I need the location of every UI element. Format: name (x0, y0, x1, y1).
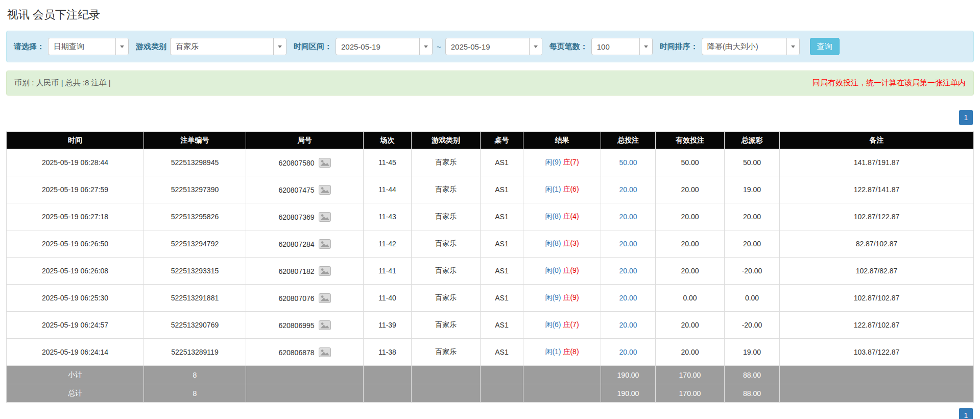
cell-bet-id: 522513291881 (144, 285, 246, 312)
cell-total-bet: 20.00 (601, 176, 656, 203)
cell-payout: 50.00 (725, 149, 780, 176)
cell-valid-bet: 20.00 (656, 203, 725, 230)
round-number: 620807182 (278, 267, 314, 275)
cell-time: 2025-05-19 06:28:44 (7, 149, 144, 176)
chevron-down-icon[interactable] (639, 38, 652, 55)
result-player: 闲(9) (545, 158, 561, 166)
pagination-top: 1 (6, 110, 973, 125)
chevron-down-icon[interactable] (273, 38, 286, 55)
cell-session: 11-45 (364, 149, 412, 176)
result-banker: 庄(8) (563, 347, 579, 356)
per-page-dropdown[interactable] (591, 38, 653, 55)
date-to-picker[interactable] (445, 38, 542, 55)
chevron-down-icon[interactable] (786, 38, 799, 55)
cell-valid-bet: 0.00 (656, 285, 725, 312)
chevron-down-icon[interactable] (419, 38, 432, 55)
total-bet-link[interactable]: 20.00 (619, 240, 637, 248)
query-type-value: 日期查询 (49, 38, 115, 55)
total-bet-link[interactable]: 50.00 (619, 158, 637, 167)
summary-empty-cell (412, 366, 481, 384)
cell-round: 620807369 (246, 203, 364, 230)
page-1-button[interactable]: 1 (959, 408, 973, 419)
cell-payout: 19.00 (725, 339, 780, 366)
total-bet-link[interactable]: 20.00 (619, 185, 637, 194)
cell-round: 620806878 (246, 339, 364, 366)
roadmap-button[interactable] (319, 320, 331, 330)
cell-session: 11-44 (364, 176, 412, 203)
result-banker: 庄(4) (563, 212, 579, 220)
chevron-down-icon[interactable] (529, 38, 542, 55)
total-bet-link[interactable]: 20.00 (619, 213, 637, 221)
table-summary-row: 小计 8 190.00 170.00 88.00 (7, 366, 974, 384)
summary-empty-cell (780, 366, 974, 384)
header-table-no: 桌号 (481, 132, 523, 149)
roadmap-button[interactable] (319, 158, 331, 168)
game-type-label: 游戏类别 (136, 42, 166, 52)
header-total-bet: 总投注 (601, 132, 656, 149)
cell-total-bet: 50.00 (601, 149, 656, 176)
cell-remark: 122.87/141.87 (780, 176, 974, 203)
cell-valid-bet: 20.00 (656, 312, 725, 339)
cell-remark: 102.87/122.87 (780, 203, 974, 230)
cell-payout: 20.00 (725, 230, 780, 258)
cell-session: 11-43 (364, 203, 412, 230)
roadmap-icon (319, 185, 331, 195)
roadmap-button[interactable] (319, 212, 331, 222)
total-bet-link[interactable]: 20.00 (619, 348, 637, 356)
cell-game-type: 百家乐 (412, 176, 481, 203)
time-range-group: 时间区间： ~ (294, 38, 542, 55)
date-from-input[interactable] (336, 38, 419, 55)
table-row: 2025-05-19 06:25:30 522513291881 6208070… (7, 285, 974, 312)
roadmap-button[interactable] (319, 347, 331, 357)
query-type-dropdown[interactable]: 日期查询 (48, 38, 129, 55)
total-bet-link[interactable]: 20.00 (619, 294, 637, 302)
result-banker: 庄(7) (563, 158, 579, 166)
roadmap-button[interactable] (319, 185, 331, 195)
cell-bet-id: 522513290769 (144, 312, 246, 339)
valid-bet-note: 同局有效投注，统一计算在该局第一张注单内 (812, 78, 966, 88)
cell-bet-id: 522513289119 (144, 339, 246, 366)
summary-label: 总计 (7, 384, 144, 403)
cell-session: 11-40 (364, 285, 412, 312)
query-button[interactable]: 查询 (810, 38, 840, 55)
cell-bet-id: 522513294792 (144, 230, 246, 258)
cell-result: 闲(9) 庄(7) (523, 149, 601, 176)
round-number: 620807475 (278, 185, 314, 194)
summary-empty-cell (364, 366, 412, 384)
cell-payout: 20.00 (725, 203, 780, 230)
sort-dropdown[interactable]: 降幂(由大到小) (702, 38, 800, 55)
summary-total-bet: 190.00 (601, 384, 656, 403)
header-round: 局号 (246, 132, 364, 149)
result-player: 闲(0) (545, 266, 561, 274)
cell-table-no: AS1 (481, 176, 523, 203)
cell-table-no: AS1 (481, 203, 523, 230)
cell-round: 620807475 (246, 176, 364, 203)
round-number: 620806995 (278, 321, 314, 329)
cell-round: 620807076 (246, 285, 364, 312)
cell-table-no: AS1 (481, 149, 523, 176)
roadmap-button[interactable] (319, 239, 331, 249)
sort-label: 时间排序： (660, 42, 698, 52)
cell-session: 11-39 (364, 312, 412, 339)
date-to-input[interactable] (446, 38, 529, 55)
cell-table-no: AS1 (481, 230, 523, 258)
chevron-down-icon[interactable] (115, 38, 128, 55)
cell-bet-id: 522513295826 (144, 203, 246, 230)
total-bet-link[interactable]: 20.00 (619, 267, 637, 275)
game-type-dropdown[interactable]: 百家乐 (170, 38, 286, 55)
roadmap-button[interactable] (319, 293, 331, 303)
per-page-group: 每页笔数： (549, 38, 653, 55)
page-title: 视讯 会员下注纪录 (7, 7, 974, 22)
roadmap-button[interactable] (319, 266, 331, 276)
roadmap-icon (319, 293, 331, 303)
round-number: 620806878 (278, 348, 314, 356)
per-page-input[interactable] (592, 38, 639, 55)
header-payout: 总派彩 (725, 132, 780, 149)
result-player: 闲(8) (545, 239, 561, 247)
date-from-picker[interactable] (336, 38, 433, 55)
total-bet-link[interactable]: 20.00 (619, 321, 637, 329)
page-1-button[interactable]: 1 (959, 110, 973, 125)
result-player: 闲(1) (545, 347, 561, 356)
cell-time: 2025-05-19 06:26:08 (7, 258, 144, 285)
summary-empty-cell (412, 384, 481, 403)
